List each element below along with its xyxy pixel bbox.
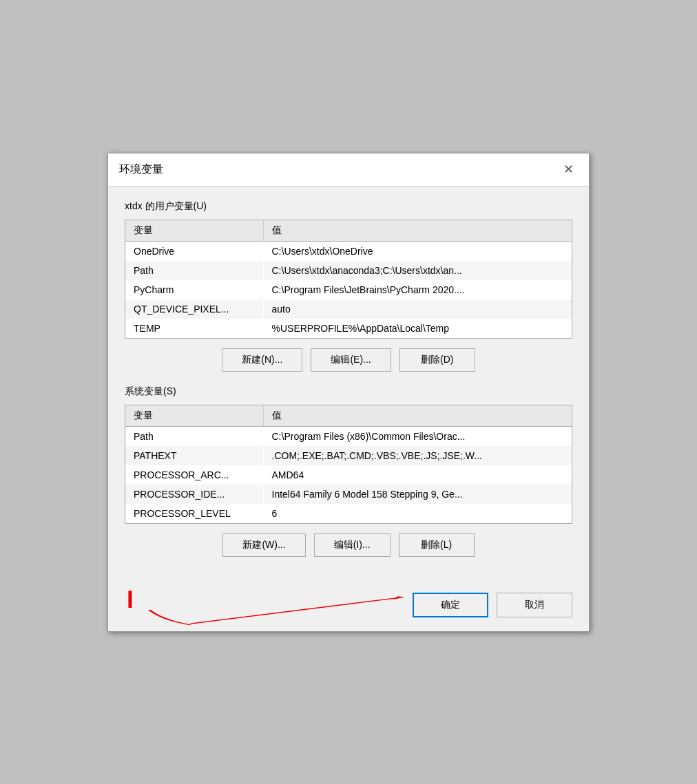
sys-col-var: 变量 <box>125 405 263 427</box>
var-cell: PATHEXT <box>125 446 263 465</box>
system-new-button[interactable]: 新建(W)... <box>222 533 305 557</box>
user-table-scroll[interactable]: OneDriveC:\Users\xtdx\OneDrivePathC:\Use… <box>125 242 572 338</box>
var-cell: TEMP <box>125 319 263 338</box>
ok-button[interactable]: 确定 <box>413 593 488 617</box>
var-cell: PROCESSOR_ARC... <box>125 465 263 485</box>
title-bar: 环境变量 ✕ <box>108 153 589 187</box>
var-cell: Path <box>125 427 263 446</box>
system-variables-section: 系统变量(S) 变量 值 PathC:\Program Files (x86)\… <box>125 385 572 557</box>
system-delete-button[interactable]: 删除(L) <box>399 533 475 557</box>
table-row[interactable]: PROCESSOR_IDE...Intel64 Family 6 Model 1… <box>125 485 572 504</box>
table-row[interactable]: PathC:\Program Files (x86)\Common Files\… <box>125 427 572 446</box>
val-cell: AMD64 <box>263 465 572 485</box>
user-section-label: xtdx 的用户变量(U) <box>125 200 572 213</box>
val-cell: Intel64 Family 6 Model 158 Stepping 9, G… <box>263 485 572 504</box>
val-cell: .COM;.EXE;.BAT;.CMD;.VBS;.VBE;.JS;.JSE;.… <box>263 446 572 465</box>
val-cell: auto <box>263 299 572 319</box>
user-col-val: 值 <box>263 220 572 242</box>
user-edit-button[interactable]: 编辑(E)... <box>311 348 391 372</box>
table-row[interactable]: PyCharmC:\Program Files\JetBrains\PyChar… <box>125 280 572 299</box>
system-variables-data-table: PathC:\Program Files (x86)\Common Files\… <box>125 427 572 523</box>
dialog-body: xtdx 的用户变量(U) 变量 值 OneDriveC:\Users\xtdx… <box>108 187 589 584</box>
dialog-title: 环境变量 <box>119 162 163 177</box>
system-table-scroll[interactable]: PathC:\Program Files (x86)\Common Files\… <box>125 427 572 523</box>
user-btn-row: 新建(N)... 编辑(E)... 删除(D) <box>125 348 572 372</box>
var-cell: PROCESSOR_IDE... <box>125 485 263 504</box>
user-new-button[interactable]: 新建(N)... <box>222 348 302 372</box>
var-cell: Path <box>125 261 263 280</box>
system-btn-row: 新建(W)... 编辑(I)... 删除(L) <box>125 533 572 557</box>
var-cell: OneDrive <box>125 242 263 261</box>
svg-marker-2 <box>393 596 404 600</box>
table-row[interactable]: QT_DEVICE_PIXEL...auto <box>125 299 572 319</box>
val-cell: C:\Program Files\JetBrains\PyCharm 2020.… <box>263 280 572 299</box>
system-section-label: 系统变量(S) <box>125 385 572 398</box>
user-variables-table-container: 变量 值 OneDriveC:\Users\xtdx\OneDrivePathC… <box>125 220 572 339</box>
table-row[interactable]: OneDriveC:\Users\xtdx\OneDrive <box>125 242 572 261</box>
sys-col-val: 值 <box>263 405 572 427</box>
table-row[interactable]: PROCESSOR_ARC...AMD64 <box>125 465 572 485</box>
system-variables-table-container: 变量 值 PathC:\Program Files (x86)\Common F… <box>125 405 572 524</box>
val-cell: C:\Users\xtdx\anaconda3;C:\Users\xtdx\an… <box>263 261 572 280</box>
user-delete-button[interactable]: 删除(D) <box>399 348 475 372</box>
val-cell: C:\Users\xtdx\OneDrive <box>263 242 572 261</box>
var-cell: PyCharm <box>125 280 263 299</box>
system-edit-button[interactable]: 编辑(I)... <box>314 533 391 557</box>
user-col-var: 变量 <box>125 220 263 242</box>
table-row[interactable]: PathC:\Users\xtdx\anaconda3;C:\Users\xtd… <box>125 261 572 280</box>
val-cell: %USERPROFILE%\AppData\Local\Temp <box>263 319 572 338</box>
var-cell: PROCESSOR_LEVEL <box>125 504 263 523</box>
table-row[interactable]: PATHEXT.COM;.EXE;.BAT;.CMD;.VBS;.VBE;.JS… <box>125 446 572 465</box>
environment-variables-dialog: 环境变量 ✕ xtdx 的用户变量(U) 变量 值 OneDriveC: <box>107 153 590 632</box>
user-variables-data-table: OneDriveC:\Users\xtdx\OneDrivePathC:\Use… <box>125 242 572 338</box>
svg-line-1 <box>191 597 404 624</box>
cancel-button[interactable]: 取消 <box>497 593 572 617</box>
user-variables-table: 变量 值 <box>125 220 572 242</box>
table-row[interactable]: PROCESSOR_LEVEL6 <box>125 504 572 523</box>
table-row[interactable]: TEMP%USERPROFILE%\AppData\Local\Temp <box>125 319 572 338</box>
user-variables-section: xtdx 的用户变量(U) 变量 值 OneDriveC:\Users\xtdx… <box>125 200 572 372</box>
var-cell: QT_DEVICE_PIXEL... <box>125 299 263 319</box>
footer: 确定 取消 <box>108 584 589 631</box>
system-variables-table: 变量 值 <box>125 405 572 427</box>
val-cell: C:\Program Files (x86)\Common Files\Orac… <box>263 427 572 446</box>
val-cell: 6 <box>263 504 572 523</box>
close-button[interactable]: ✕ <box>559 160 578 179</box>
